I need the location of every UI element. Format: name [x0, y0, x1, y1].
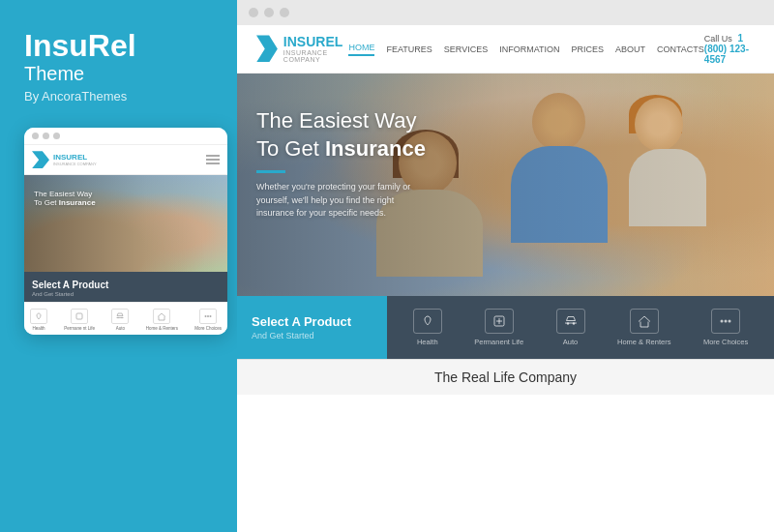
- mobile-home-label: Home & Renters: [146, 326, 178, 331]
- mobile-icon-more[interactable]: More Choices: [194, 309, 222, 331]
- menu-line: [206, 155, 220, 157]
- bottom-icon-more[interactable]: More Choices: [703, 309, 748, 346]
- auto-icon: [115, 311, 125, 321]
- bottom-icon-home[interactable]: Home & Renters: [617, 309, 670, 346]
- mobile-logo: INSUREL INSURANCE COMPANY: [32, 151, 97, 168]
- bottom-icon-auto[interactable]: Auto: [556, 309, 585, 346]
- mobile-hero: The Easiest Way To Get Insurance: [24, 175, 227, 272]
- site-logo-text-block: INSUREL INSURANCE COMPANY: [283, 35, 349, 63]
- mobile-product-title: Select A Product: [32, 280, 220, 290]
- browser-dot-3: [280, 8, 289, 17]
- nav-prices[interactable]: PRICES: [571, 44, 604, 54]
- right-panel: INSUREL INSURANCE COMPANY HOME FEATURES …: [237, 0, 774, 532]
- hero-sub: Whether you're protecting your family or…: [256, 181, 411, 221]
- site-hero-text: The Easiest Way To Get Insurance Whether…: [256, 107, 426, 221]
- mobile-dot-2: [43, 133, 49, 139]
- bottom-product: Select A Product And Get Started: [237, 296, 387, 359]
- mobile-life-icon-box: [71, 309, 88, 324]
- mobile-top-bar: [24, 128, 227, 145]
- mobile-icon-life[interactable]: Permane nt Life: [64, 309, 95, 331]
- bottom-home-icon: [637, 313, 652, 329]
- more-icon: [203, 311, 213, 321]
- mobile-icon-health[interactable]: Health: [30, 309, 47, 331]
- mobile-dot-3: [53, 133, 60, 139]
- menu-line: [206, 163, 220, 164]
- bottom-life-label: Permanent Life: [474, 338, 523, 346]
- menu-line: [206, 159, 220, 161]
- mobile-icon-auto[interactable]: Auto: [111, 309, 129, 331]
- hero-heading: The Easiest Way To Get Insurance: [256, 107, 426, 163]
- bottom-more-icon: [718, 313, 733, 329]
- bottom-icons: Health Permanent Life Auto: [387, 296, 774, 359]
- bottom-more-label: More Choices: [703, 338, 748, 346]
- mobile-logo-text: INSUREL INSURANCE COMPANY: [53, 153, 97, 166]
- mobile-hero-text: The Easiest Way To Get Insurance: [34, 190, 96, 207]
- left-panel: InsuRel Theme By AncoraThemes INSUREL IN…: [0, 0, 237, 532]
- bottom-health-label: Health: [417, 338, 438, 346]
- site-teaser: The Real Life Company: [237, 359, 774, 395]
- svg-point-8: [572, 322, 574, 324]
- svg-rect-0: [76, 313, 82, 319]
- health-icon: [34, 311, 44, 321]
- mobile-logo-icon: [32, 151, 49, 168]
- mobile-health-icon-box: [30, 309, 47, 324]
- hero-divider: [256, 170, 285, 173]
- site-logo-sub: INSURANCE COMPANY: [283, 49, 349, 63]
- bottom-auto-box: [556, 309, 585, 334]
- mobile-icons-row: Health Permane nt Life Auto Home & Rente…: [24, 302, 227, 335]
- mobile-icon-home[interactable]: Home & Renters: [146, 309, 178, 331]
- bottom-life-box: [485, 309, 514, 334]
- mobile-home-icon-box: [153, 309, 170, 324]
- nav-home[interactable]: HOME: [348, 43, 374, 56]
- phone-label: Call Us: [704, 34, 732, 44]
- bottom-icon-health[interactable]: Health: [413, 309, 442, 346]
- site-nav: HOME FEATURES SERVICES INFORMATION PRICE…: [348, 43, 703, 56]
- bottom-icon-life[interactable]: Permanent Life: [474, 309, 523, 346]
- mobile-hero-line1: The Easiest Way: [34, 190, 96, 198]
- mobile-header: INSUREL INSURANCE COMPANY: [24, 145, 227, 175]
- mobile-hero-line2: To Get Insurance: [34, 198, 96, 207]
- home-icon: [157, 311, 166, 321]
- mobile-auto-label: Auto: [116, 326, 125, 331]
- mobile-more-label: More Choices: [194, 326, 222, 331]
- site-hero: The Easiest Way To Get Insurance Whether…: [237, 74, 774, 296]
- svg-point-2: [122, 317, 123, 318]
- svg-point-5: [210, 315, 212, 317]
- bottom-product-sub: And Get Started: [252, 331, 372, 340]
- browser-dot-2: [264, 8, 274, 17]
- mobile-menu-icon[interactable]: [206, 155, 220, 164]
- hero-line2: To Get: [256, 136, 319, 161]
- site-bottom-bar: Select A Product And Get Started Health …: [237, 296, 774, 359]
- mobile-dot-1: [32, 133, 39, 139]
- mobile-logo-sub: INSURANCE COMPANY: [53, 162, 97, 166]
- svg-point-11: [729, 320, 731, 323]
- bottom-health-box: [413, 309, 442, 334]
- nav-contacts[interactable]: CONTACTS: [657, 44, 704, 54]
- mobile-product-bar: Select A Product And Get Started: [24, 272, 227, 302]
- svg-point-1: [118, 317, 119, 318]
- nav-about[interactable]: ABOUT: [615, 44, 645, 54]
- mobile-health-label: Health: [32, 326, 45, 331]
- site-logo-name: INSUREL: [283, 35, 349, 49]
- browser-content: INSUREL INSURANCE COMPANY HOME FEATURES …: [237, 25, 774, 532]
- svg-point-7: [566, 322, 568, 324]
- brand-author: By AncoraThemes: [24, 89, 213, 103]
- life-icon: [74, 311, 84, 321]
- brand-subtitle: Theme: [24, 63, 213, 85]
- svg-point-3: [205, 315, 207, 317]
- bottom-auto-label: Auto: [563, 338, 578, 346]
- mobile-hero-line2-text: To Get: [34, 198, 57, 207]
- nav-information[interactable]: INFORMATION: [499, 44, 559, 54]
- nav-features[interactable]: FEATURES: [386, 44, 432, 54]
- mobile-hero-bold: Insurance: [59, 198, 96, 207]
- bottom-product-title: Select A Product: [252, 314, 372, 329]
- teaser-text: The Real Life Company: [256, 369, 755, 385]
- site-logo: INSUREL INSURANCE COMPANY: [256, 35, 348, 63]
- hero-bold: Insurance: [325, 136, 426, 161]
- mobile-life-label: Permane nt Life: [64, 326, 95, 331]
- bottom-auto-icon: [563, 313, 579, 329]
- mobile-auto-icon-box: [111, 309, 129, 324]
- svg-point-10: [725, 320, 728, 323]
- nav-services[interactable]: SERVICES: [444, 44, 488, 54]
- brand-title: InsuRel: [24, 29, 213, 63]
